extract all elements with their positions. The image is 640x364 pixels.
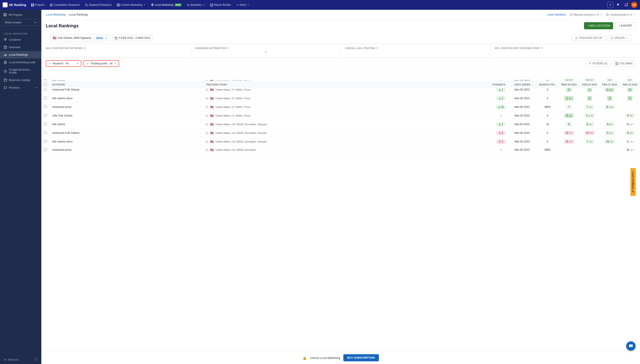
svg-rect-3 — [5, 5, 7, 6]
row-checkbox[interactable] — [44, 140, 47, 143]
location-selector[interactable]: 🇺🇸 Folk Osteria, 6839 Highland ... Demo — [50, 34, 110, 41]
rank-cell: 7▲3 — [579, 138, 599, 146]
tracking-point-text: United States, CA, 92029, Escondido, Vin… — [216, 140, 267, 143]
nav-bell-button[interactable] — [623, 2, 629, 8]
buy-subscription-button[interactable]: BUY SUBSCRIPTION — [343, 354, 379, 361]
svg-rect-4 — [31, 4, 33, 5]
nav-projects[interactable]: Projects — [29, 2, 47, 8]
svg-point-16 — [152, 4, 153, 5]
nav-local-marketing[interactable]: Local Marketing NEW — [149, 2, 184, 8]
nav-competitive-research[interactable]: Competitive Research — [48, 2, 82, 8]
keyword-cell: restaurant Folk Osteria — [50, 129, 203, 138]
nav-backlinks[interactable]: Backlinks — [184, 2, 207, 8]
svg-rect-2 — [4, 5, 5, 6]
header-actions: Leave feedback Manual rechecks 0 / 0 ⓘ T… — [547, 13, 635, 16]
stat-info-3[interactable]: ⓘ — [541, 46, 543, 50]
keyword-cell: folk osteria menu — [50, 138, 203, 146]
demo-badge: Demo — [95, 36, 104, 40]
svg-rect-0 — [4, 3, 5, 5]
user-avatar[interactable]: DD — [631, 2, 637, 8]
rechecks-icon — [570, 13, 573, 16]
date-range-selector[interactable]: 3 FEB 2023 - 3 MAR 2023 — [112, 35, 153, 41]
th-mar03: MAR-03 2023 — [559, 81, 580, 88]
dynamics-badge: 0 — [500, 148, 502, 151]
row-checkbox[interactable] — [44, 131, 47, 134]
nav-keyword-research[interactable]: Keyword Research — [83, 2, 114, 8]
reviews-icon — [4, 86, 7, 90]
svg-rect-7 — [33, 5, 34, 6]
keyword-cell: folk osteria — [50, 120, 203, 129]
stat-info-1[interactable]: ⓘ — [227, 46, 229, 50]
nav-flag-button[interactable] — [615, 2, 621, 8]
nav-report-builder[interactable]: Report Builder — [208, 2, 233, 8]
svg-rect-26 — [4, 15, 5, 16]
export-button[interactable]: ↑ EXPORT — [615, 22, 635, 29]
sidebar-all-projects[interactable]: All Projects — [0, 12, 41, 18]
keyword-filter-chevron — [76, 62, 79, 64]
location-arrow-icon — [206, 123, 208, 126]
date-added-cell: Mar-03 2023 — [512, 138, 536, 146]
keyword-cell: folk osteria menu — [50, 94, 203, 103]
sidebar-minimize[interactable]: Minimize ? — [0, 356, 41, 364]
tracking-setup-button[interactable]: TRACKING SETUP — [572, 35, 605, 41]
table-row: restaurant Folk Osteria 🇺🇸 United States… — [41, 129, 640, 138]
rank-cell: 2 — [620, 94, 640, 103]
nav-more[interactable]: More — [234, 2, 252, 8]
date-added-cell: Mar-03 2023 — [512, 94, 536, 103]
leave-feedback-tab[interactable]: Leave feedback — [630, 168, 636, 196]
row-checkbox[interactable] — [44, 105, 47, 108]
filters-button[interactable]: FILTERS (0) — [586, 60, 610, 66]
search-vol-cell: 9900 — [536, 146, 558, 154]
help-icon[interactable]: ? — [34, 358, 38, 362]
add-location-button[interactable]: + ADD LOCATION — [584, 22, 613, 29]
chat-bubble[interactable] — [626, 341, 635, 351]
reviews-chevron — [36, 86, 38, 89]
tracking-point-filter[interactable]: Tracking point: All — [84, 60, 119, 67]
update-button[interactable]: UPDATE — [607, 35, 631, 41]
svg-rect-1 — [5, 3, 7, 5]
svg-point-8 — [50, 4, 53, 6]
breadcrumb-parent[interactable]: Local Marketing — [46, 13, 65, 16]
keyword-cell: restaurant provo — [50, 103, 203, 112]
columns-button[interactable]: COLUMNS — [612, 60, 635, 66]
keyword-filter[interactable]: Keyword: All — [46, 60, 81, 67]
rank-cell: 9▲4 — [599, 120, 620, 129]
chevron-down-icon — [143, 4, 146, 6]
sidebar-item-business-listings[interactable]: Business Listings — [0, 76, 41, 84]
search-vol-cell: 0 — [536, 94, 558, 103]
sidebar-project-select[interactable]: Select project — [2, 19, 39, 26]
tracking-point-text: United States, UT, 84601, Provo — [216, 114, 251, 117]
minimize-icon — [4, 358, 7, 361]
stat-info-2[interactable]: ⓘ — [376, 46, 378, 50]
breadcrumb-separator: › — [67, 13, 68, 16]
location-name: Folk Osteria, 6839 Highland ... — [58, 36, 94, 40]
dynamics-cell: ▼ 3 — [490, 138, 512, 146]
top-navigation: SE Ranking Projects Competitive Research… — [0, 0, 640, 10]
stat-info-0[interactable]: ⓘ — [83, 46, 86, 50]
row-checkbox[interactable] — [44, 96, 47, 100]
sidebar-item-google-business-profile[interactable]: Google Business Profile — [0, 66, 41, 76]
row-checkbox[interactable] — [44, 122, 47, 126]
sidebar-item-local-rankings[interactable]: Local Rankings — [0, 51, 41, 58]
sidebar-item-reviews[interactable]: Reviews — [0, 84, 41, 92]
sidebar-item-overview[interactable]: Overview — [0, 44, 41, 51]
leave-feedback-link[interactable]: Leave feedback — [547, 13, 566, 16]
stats-expand-chevron[interactable] — [195, 50, 336, 55]
sidebar: All Projects Select project LOCAL MARKET… — [0, 10, 41, 364]
keyword-check-icon — [49, 62, 51, 65]
row-checkbox[interactable] — [44, 148, 47, 151]
location-arrow-icon — [206, 88, 208, 91]
logo[interactable]: SE Ranking — [3, 2, 26, 7]
nav-content-marketing[interactable]: Content Marketing — [115, 2, 148, 8]
nav-add-button[interactable]: + — [607, 2, 613, 8]
row-checkbox[interactable] — [44, 114, 47, 117]
row-checkbox[interactable] — [44, 88, 47, 91]
row-checkbox-cell — [41, 120, 50, 129]
row-checkbox-cell — [41, 103, 50, 112]
sidebar-item-local-marketing-audit[interactable]: Local Marketing Audit — [0, 58, 41, 66]
tracking-limits-info[interactable]: ⓘ — [633, 13, 635, 16]
tracking-limits-badge: Tracking limits 0 / 0 ⓘ — [606, 13, 635, 16]
manual-rechecks-info[interactable]: ⓘ — [600, 13, 602, 16]
sidebar-item-locations[interactable]: Locations — [0, 36, 41, 44]
select-all-checkbox[interactable] — [44, 83, 47, 86]
